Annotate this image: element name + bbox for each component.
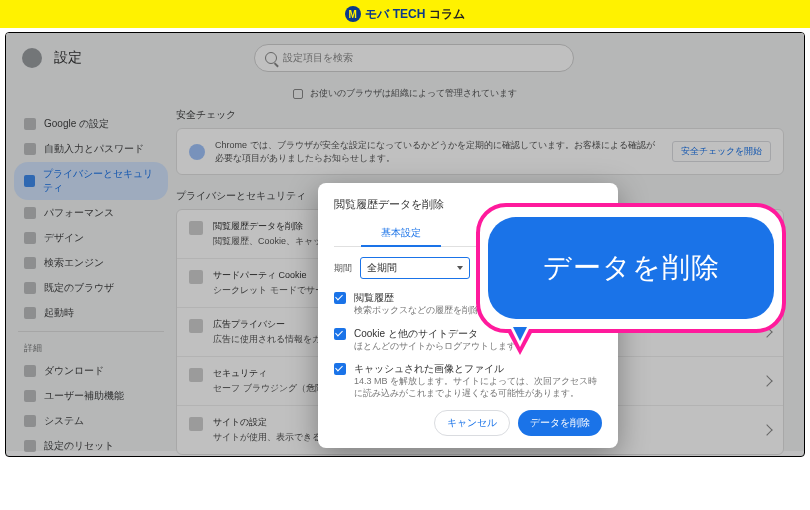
cancel-button[interactable]: キャンセル xyxy=(434,410,510,436)
checkbox-icon xyxy=(334,363,346,375)
banner-text-1: モバ xyxy=(365,6,389,23)
banner-logo-icon: M xyxy=(345,6,361,22)
time-range-label: 期間 xyxy=(334,262,352,275)
callout-text: データを削除 xyxy=(543,249,720,287)
callout-tail-blue xyxy=(513,327,527,341)
checkbox-title: キャッシュされた画像とファイル xyxy=(354,362,602,376)
tab-basic[interactable]: 基本設定 xyxy=(334,220,468,246)
site-banner: M モバ TECH コラム xyxy=(0,0,810,28)
tab-label: 基本設定 xyxy=(381,227,421,238)
dialog-buttons: キャンセル データを削除 xyxy=(334,410,602,436)
time-range-value: 全期間 xyxy=(367,261,397,275)
callout-bubble: データを削除 xyxy=(488,217,774,319)
checkbox-icon xyxy=(334,328,346,340)
checkbox-sub: ほとんどのサイトからログアウトします xyxy=(354,341,516,353)
banner-text-3: コラム xyxy=(429,6,465,23)
chevron-down-icon xyxy=(457,266,463,270)
checkbox-cache[interactable]: キャッシュされた画像とファイル14.3 MB を解放します。サイトによっては、次… xyxy=(334,362,602,399)
annotation-callout: データを削除 xyxy=(476,203,786,333)
checkbox-icon xyxy=(334,292,346,304)
delete-data-button[interactable]: データを削除 xyxy=(518,410,602,436)
banner-text-2: TECH xyxy=(393,7,426,21)
time-range-select[interactable]: 全期間 xyxy=(360,257,470,279)
checkbox-sub: 14.3 MB を解放します。サイトによっては、次回アクセス時に読み込みがこれま… xyxy=(354,376,602,399)
screenshot-frame: 設定 設定項目を検索 お使いのブラウザは組織によって管理されています Googl… xyxy=(5,32,805,457)
